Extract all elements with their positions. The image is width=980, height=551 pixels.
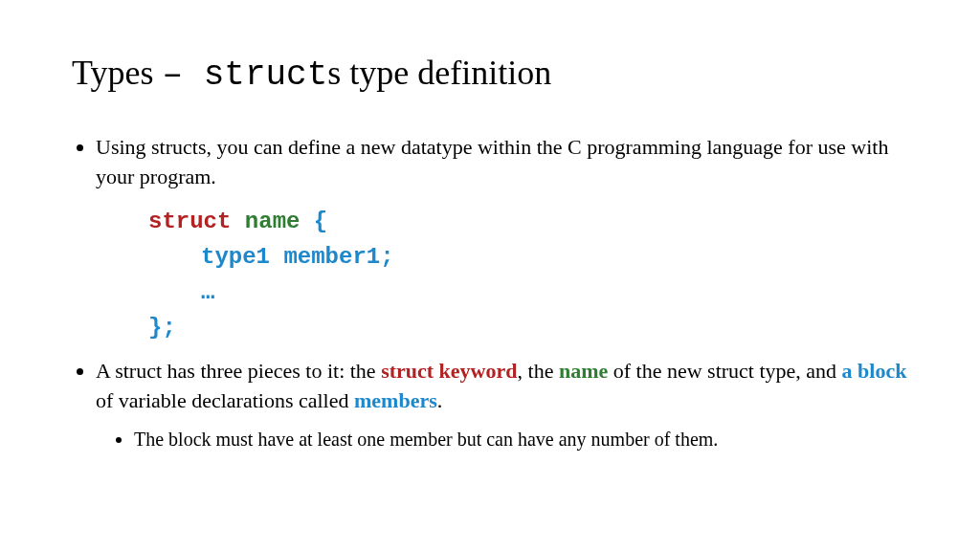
bullet-item: A struct has three pieces to it: the str… [96, 357, 908, 452]
title-dash: – [162, 55, 203, 95]
bullet2-p4: of variable declarations called [96, 388, 354, 412]
bullet2-struct-keyword: struct keyword [381, 359, 517, 383]
code-name: name [245, 209, 301, 234]
slide-title: Types – structs type definition [72, 53, 908, 95]
bullet1-text: Using structs, you can define a new data… [96, 135, 888, 188]
bullet2-p1: A struct has three pieces to it: the [96, 359, 381, 383]
code-line-4: }; [148, 310, 908, 345]
bullet2-p5: . [437, 388, 443, 412]
code-line-3: … [148, 275, 908, 310]
sub-bullet-item: The block must have at least one member … [134, 426, 908, 452]
slide-body: Using structs, you can define a new data… [72, 133, 908, 452]
title-part2: s type definition [327, 54, 551, 92]
title-code: struct [204, 55, 328, 95]
code-open-brace: { [314, 209, 327, 234]
bullet2-members: members [354, 388, 437, 412]
code-line-1: struct name { [148, 204, 908, 239]
code-block: struct name { type1 member1; … }; [148, 204, 908, 346]
bullet2-a-block: a block [842, 359, 907, 383]
bullet2-name: name [559, 359, 608, 383]
code-struct-keyword: struct [148, 209, 231, 234]
code-line-2: type1 member1; [148, 239, 908, 275]
sub-bullet-list: The block must have at least one member … [96, 426, 908, 452]
bullet-item: Using structs, you can define a new data… [96, 133, 908, 345]
bullet-list: Using structs, you can define a new data… [72, 133, 908, 452]
title-part1: Types [72, 54, 162, 92]
bullet2-p2: , the [518, 359, 559, 383]
bullet2-p3: of the new struct type, and [608, 359, 841, 383]
